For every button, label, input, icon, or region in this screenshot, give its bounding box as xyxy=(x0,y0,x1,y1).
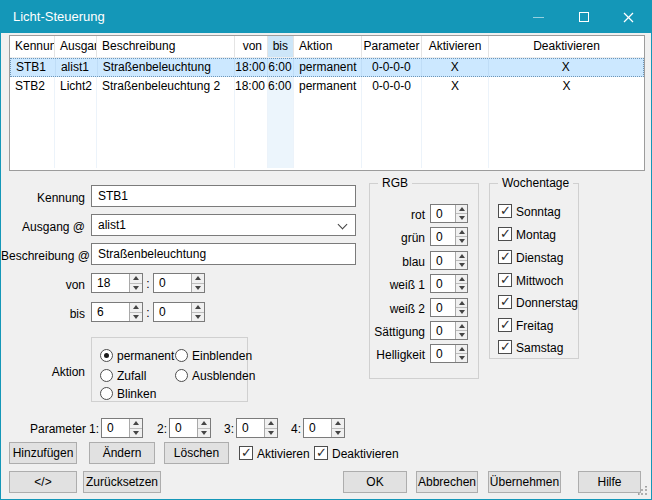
aktion-group: permanent Einblenden Zufall Ausblenden B… xyxy=(91,337,248,402)
gruen-spinner[interactable]: 0 xyxy=(430,227,468,246)
column-header-kennung[interactable]: Kennung xyxy=(10,36,55,57)
spinner-up-icon[interactable] xyxy=(456,345,467,353)
radio-ausblenden[interactable] xyxy=(175,369,188,382)
loeschen-button[interactable]: Löschen xyxy=(164,442,229,464)
ok-button[interactable]: OK xyxy=(343,471,407,493)
helligkeit-spinner[interactable]: 0 xyxy=(430,344,468,363)
column-header-von[interactable]: von xyxy=(235,36,268,57)
column-header-ausgang[interactable]: Ausgang xyxy=(55,36,97,57)
radio-blinken[interactable] xyxy=(100,387,113,400)
close-button[interactable] xyxy=(606,1,651,33)
radio-zufall[interactable] xyxy=(100,369,113,382)
spinner-down-icon[interactable] xyxy=(198,428,210,438)
checkbox-dienstag[interactable]: ✓ xyxy=(498,250,512,264)
column-header-aktion[interactable]: Aktion xyxy=(294,36,362,57)
checkbox-deaktivieren[interactable]: ✓ xyxy=(314,446,328,460)
window-title: Licht-Steuerung xyxy=(13,1,105,33)
blau-spinner[interactable]: 0 xyxy=(430,251,468,270)
check-icon: ✓ xyxy=(316,445,327,460)
spinner-up-icon[interactable] xyxy=(192,303,204,312)
table-row[interactable]: STB2 Licht2 Straßenbeleuchtung 2 18:00 6… xyxy=(10,77,644,96)
gruen-label: grün xyxy=(341,231,425,245)
checkbox-montag[interactable]: ✓ xyxy=(498,227,512,241)
spinner-down-icon[interactable] xyxy=(332,428,344,438)
donnerstag-label: Donnerstag xyxy=(516,296,578,310)
saettigung-value: 0 xyxy=(431,322,455,339)
spinner-down-icon[interactable] xyxy=(456,213,467,222)
checkbox-samstag[interactable]: ✓ xyxy=(498,340,512,354)
spinner-down-icon[interactable] xyxy=(456,330,467,339)
spinner-up-icon[interactable] xyxy=(456,299,467,307)
weiss2-spinner[interactable]: 0 xyxy=(430,298,468,317)
column-header-parameter[interactable]: Parameter xyxy=(362,36,422,57)
minimize-button[interactable] xyxy=(516,1,561,33)
spinner-up-icon[interactable] xyxy=(192,274,204,283)
spinner-down-icon[interactable] xyxy=(456,307,467,316)
parameter-2-spinner[interactable]: 0 xyxy=(169,418,211,438)
checkbox-donnerstag[interactable]: ✓ xyxy=(498,295,512,309)
spinner-up-icon[interactable] xyxy=(198,419,210,428)
checkbox-freitag[interactable]: ✓ xyxy=(498,318,512,332)
checkbox-sonntag[interactable]: ✓ xyxy=(498,204,512,218)
checkbox-aktivieren[interactable]: ✓ xyxy=(239,446,253,460)
spinner-up-icon[interactable] xyxy=(265,419,277,428)
dienstag-label: Dienstag xyxy=(516,251,563,265)
spinner-down-icon[interactable] xyxy=(456,260,467,269)
aendern-button[interactable]: Ändern xyxy=(89,442,155,464)
uebernehmen-button[interactable]: Übernehmen xyxy=(488,471,561,493)
spinner-up-icon[interactable] xyxy=(456,228,467,236)
spinner-down-icon[interactable] xyxy=(265,428,277,438)
aktivieren-checkbox-label: Aktivieren xyxy=(257,447,310,461)
bis-minute-spinner[interactable]: 0 xyxy=(153,302,205,322)
spinner-down-icon[interactable] xyxy=(130,428,142,438)
parameter-1-value: 0 xyxy=(102,419,129,437)
spinner-down-icon[interactable] xyxy=(130,283,142,293)
spinner-up-icon[interactable] xyxy=(456,252,467,260)
beschreibung-input[interactable]: Straßenbeleuchtung xyxy=(91,243,356,265)
column-header-bis[interactable]: bis xyxy=(268,36,294,57)
column-header-beschreibung[interactable]: Beschreibung xyxy=(97,36,235,57)
spinner-up-icon[interactable] xyxy=(130,419,142,428)
abbrechen-button[interactable]: Abbrechen xyxy=(416,471,478,493)
spinner-up-icon[interactable] xyxy=(332,419,344,428)
spinner-down-icon[interactable] xyxy=(456,283,467,292)
maximize-button[interactable] xyxy=(561,1,606,33)
spinner-up-icon[interactable] xyxy=(130,303,142,312)
zuruecksetzen-button[interactable]: Zurücksetzen xyxy=(83,471,161,493)
parameter-3-spinner[interactable]: 0 xyxy=(236,418,278,438)
column-header-aktivieren[interactable]: Aktivieren xyxy=(422,36,489,57)
column-header-deaktivieren[interactable]: Deaktivieren xyxy=(489,36,644,57)
radio-einblenden[interactable] xyxy=(175,349,188,362)
hilfe-button[interactable]: Hilfe xyxy=(578,471,641,493)
radio-permanent[interactable] xyxy=(100,349,113,362)
rot-spinner[interactable]: 0 xyxy=(430,204,468,223)
ausgang-select[interactable]: alist1 xyxy=(91,214,356,236)
bis-hour-spinner[interactable]: 6 xyxy=(91,302,143,322)
spinner-up-icon[interactable] xyxy=(456,205,467,213)
parameter-4-spinner[interactable]: 0 xyxy=(303,418,345,438)
light-control-dialog: Licht-Steuerung Kennung Ausgang Beschrei… xyxy=(0,0,652,500)
titlebar: Licht-Steuerung xyxy=(1,1,651,33)
checkbox-mittwoch[interactable]: ✓ xyxy=(498,273,512,287)
code-view-button[interactable]: </> xyxy=(9,471,77,493)
hinzufuegen-button[interactable]: Hinzufügen xyxy=(9,442,77,464)
spinner-up-icon[interactable] xyxy=(130,274,142,283)
spinner-down-icon[interactable] xyxy=(192,312,204,322)
spinner-down-icon[interactable] xyxy=(456,236,467,245)
spinner-down-icon[interactable] xyxy=(456,353,467,362)
radio-blinken-label: Blinken xyxy=(117,387,156,401)
spinner-down-icon[interactable] xyxy=(192,283,204,293)
weiss1-spinner[interactable]: 0 xyxy=(430,274,468,293)
parameter-1-spinner[interactable]: 0 xyxy=(101,418,143,438)
spinner-down-icon[interactable] xyxy=(130,312,142,322)
von-hour-spinner[interactable]: 18 xyxy=(91,273,143,293)
von-minute-spinner[interactable]: 0 xyxy=(153,273,205,293)
radio-ausblenden-label: Ausblenden xyxy=(192,369,255,383)
saettigung-spinner[interactable]: 0 xyxy=(430,321,468,340)
cell-kennung: STB2 xyxy=(10,77,55,96)
spinner-up-icon[interactable] xyxy=(456,275,467,283)
resize-grip-icon[interactable] xyxy=(638,486,648,496)
spinner-up-icon[interactable] xyxy=(456,322,467,330)
kennung-input[interactable]: STB1 xyxy=(91,185,356,207)
table-row[interactable]: STB1 alist1 Straßenbeleuchtung 18:00 6:0… xyxy=(10,58,644,77)
